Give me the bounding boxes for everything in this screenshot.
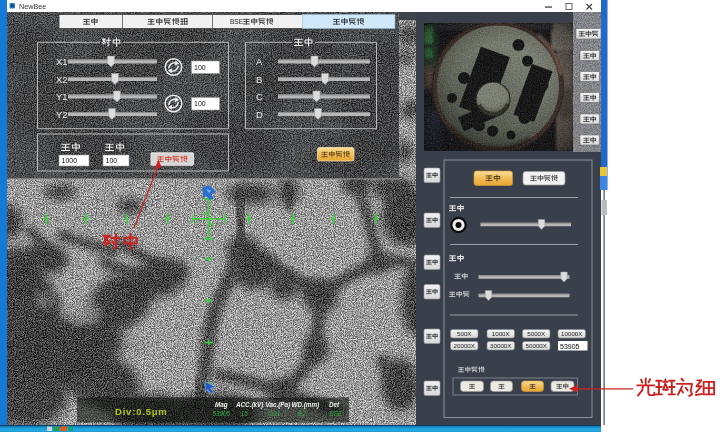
svg-text:Mag: Mag bbox=[215, 401, 228, 409]
svg-text:53905: 53905 bbox=[213, 410, 231, 417]
svg-text:B: B bbox=[256, 74, 262, 85]
svg-text:X2: X2 bbox=[56, 74, 68, 85]
svg-text:8.2: 8.2 bbox=[298, 410, 307, 417]
svg-text:1000: 1000 bbox=[62, 157, 78, 164]
svg-text:20000X: 20000X bbox=[454, 342, 475, 349]
svg-text:ACC.(kV): ACC.(kV) bbox=[235, 401, 263, 409]
svg-text:100: 100 bbox=[194, 100, 206, 107]
svg-text:0.01: 0.01 bbox=[268, 410, 280, 417]
svg-text:10000X: 10000X bbox=[561, 330, 582, 337]
svg-text:50000X: 50000X bbox=[526, 342, 547, 349]
svg-text:D: D bbox=[256, 109, 263, 120]
svg-text:Det: Det bbox=[329, 401, 340, 408]
svg-text:WD.(mm): WD.(mm) bbox=[292, 401, 320, 409]
svg-text:5000X: 5000X bbox=[527, 330, 545, 337]
svg-text:500X: 500X bbox=[457, 330, 471, 337]
svg-text:1000X: 1000X bbox=[492, 330, 510, 337]
svg-text:100: 100 bbox=[106, 157, 118, 164]
svg-text:C: C bbox=[256, 91, 263, 102]
svg-text:100: 100 bbox=[194, 64, 206, 71]
svg-text:Div:0.5μm: Div:0.5μm bbox=[115, 406, 168, 417]
svg-text:BSE: BSE bbox=[230, 18, 244, 25]
svg-text:A: A bbox=[256, 56, 263, 67]
svg-text:NewBee: NewBee bbox=[19, 2, 46, 11]
svg-text:15: 15 bbox=[241, 410, 249, 417]
svg-text:X1: X1 bbox=[56, 56, 68, 67]
svg-text:Vac.(Pa): Vac.(Pa) bbox=[266, 401, 291, 409]
svg-text:Y2: Y2 bbox=[56, 109, 68, 120]
svg-text:BSE: BSE bbox=[330, 410, 343, 417]
svg-text:Y1: Y1 bbox=[56, 91, 68, 102]
svg-text:53905: 53905 bbox=[560, 343, 580, 350]
svg-text:30000X: 30000X bbox=[490, 342, 511, 349]
